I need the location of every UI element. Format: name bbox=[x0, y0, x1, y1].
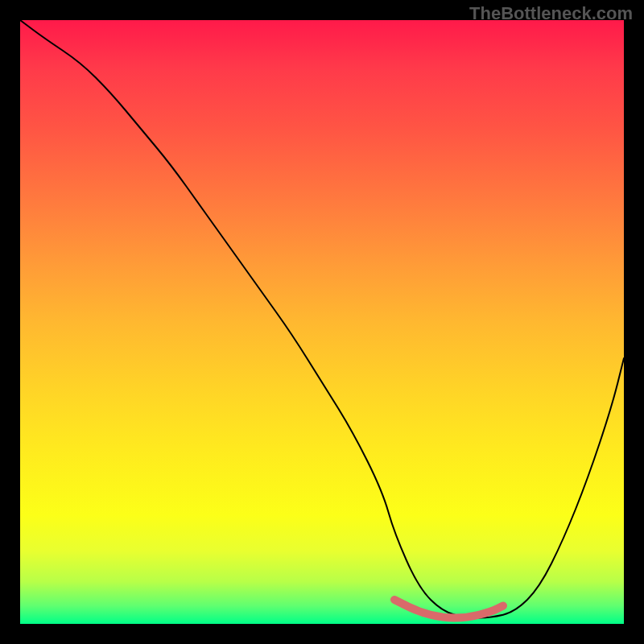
chart-plot-area bbox=[20, 20, 624, 624]
watermark-text: TheBottleneck.com bbox=[469, 3, 633, 24]
highlight-band-path bbox=[394, 600, 503, 618]
bottleneck-curve-path bbox=[20, 20, 624, 618]
chart-svg bbox=[20, 20, 624, 624]
